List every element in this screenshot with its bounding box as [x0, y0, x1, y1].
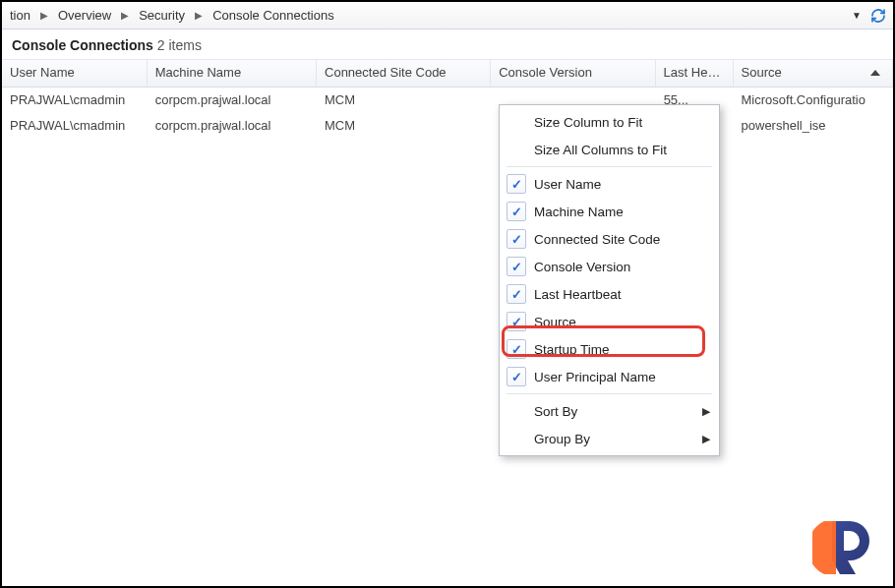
menu-col-console-version[interactable]: ✓ Console Version: [503, 253, 716, 280]
menu-label: Size Column to Fit: [534, 115, 642, 130]
col-header-user[interactable]: User Name: [2, 60, 148, 87]
col-header-version[interactable]: Console Version: [491, 60, 655, 87]
chevron-right-icon: ▶: [38, 10, 50, 21]
menu-col-user-principal-name[interactable]: ✓ User Principal Name: [503, 363, 716, 390]
check-icon: ✓: [507, 367, 526, 386]
menu-label: Console Version: [534, 260, 630, 274]
watermark-logo-icon: [812, 515, 883, 578]
cell-site: MCM: [317, 88, 491, 113]
menu-label: Last Heartbeat: [534, 287, 622, 302]
menu-label: User Principal Name: [534, 370, 656, 384]
menu-col-machine-name[interactable]: ✓ Machine Name: [503, 198, 716, 225]
menu-col-user-name[interactable]: ✓ User Name: [503, 170, 716, 198]
col-header-machine[interactable]: Machine Name: [148, 60, 317, 87]
menu-col-source[interactable]: ✓ Source: [503, 308, 716, 335]
check-icon: ✓: [507, 202, 526, 221]
breadcrumb-item[interactable]: Console Connections: [210, 8, 336, 23]
check-icon: ✓: [507, 257, 526, 276]
sort-asc-icon: [870, 70, 880, 76]
table-row[interactable]: PRAJWAL\cmadmin corpcm.prajwal.local MCM…: [2, 88, 893, 113]
column-context-menu: ✓ Size Column to Fit ✓ Size All Columns …: [499, 104, 720, 456]
chevron-right-icon: ▶: [119, 10, 131, 21]
menu-label: Size All Columns to Fit: [534, 143, 667, 157]
breadcrumb-dropdown[interactable]: ▼: [850, 10, 864, 21]
check-icon: ✓: [507, 339, 526, 359]
table-row[interactable]: PRAJWAL\cmadmin corpcm.prajwal.local MCM…: [2, 113, 893, 139]
cell-site: MCM: [317, 113, 491, 139]
menu-label: Connected Site Code: [534, 232, 660, 247]
menu-label: Startup Time: [534, 342, 610, 357]
menu-label: Source: [534, 315, 576, 329]
menu-separator: [507, 393, 712, 394]
menu-separator: [507, 166, 712, 167]
chevron-right-icon: ▶: [702, 405, 710, 418]
col-header-source[interactable]: Source: [734, 60, 893, 87]
item-count: 2 items: [157, 37, 202, 53]
check-icon: ✓: [507, 284, 526, 304]
menu-col-startup-time[interactable]: ✓ Startup Time: [503, 335, 716, 363]
check-icon: ✓: [507, 229, 526, 249]
menu-sort-by[interactable]: ✓ Sort By ▶: [503, 397, 716, 425]
breadcrumb: tion ▶ Overview ▶ Security ▶ Console Con…: [2, 2, 893, 29]
cell-user: PRAJWAL\cmadmin: [2, 113, 148, 139]
column-headers: User Name Machine Name Connected Site Co…: [2, 60, 893, 88]
chevron-right-icon: ▶: [702, 433, 710, 445]
breadcrumb-item[interactable]: tion: [8, 8, 32, 23]
check-icon: ✓: [507, 174, 526, 194]
chevron-right-icon: ▶: [193, 10, 205, 21]
check-icon: ✓: [507, 312, 526, 331]
menu-label: User Name: [534, 177, 601, 192]
title-text: Console Connections: [12, 37, 153, 53]
menu-size-all-columns-fit[interactable]: ✓ Size All Columns to Fit: [503, 136, 716, 163]
menu-label: Sort By: [534, 404, 577, 419]
menu-col-connected-site-code[interactable]: ✓ Connected Site Code: [503, 225, 716, 253]
cell-machine: corpcm.prajwal.local: [148, 88, 317, 113]
cell-machine: corpcm.prajwal.local: [148, 113, 317, 139]
data-grid: User Name Machine Name Connected Site Co…: [2, 60, 893, 139]
menu-group-by[interactable]: ✓ Group By ▶: [503, 425, 716, 452]
page-title: Console Connections 2 items: [2, 29, 893, 60]
cell-user: PRAJWAL\cmadmin: [2, 88, 148, 113]
menu-col-last-heartbeat[interactable]: ✓ Last Heartbeat: [503, 280, 716, 308]
menu-size-column-fit[interactable]: ✓ Size Column to Fit: [503, 108, 716, 136]
cell-source: powershell_ise: [734, 113, 893, 139]
breadcrumb-item[interactable]: Overview: [56, 8, 113, 23]
col-header-site[interactable]: Connected Site Code: [317, 60, 491, 87]
col-header-heartbeat[interactable]: Last Heartbeat: [656, 60, 734, 87]
breadcrumb-item[interactable]: Security: [137, 8, 187, 23]
cell-source: Microsoft.Configuratio: [734, 88, 893, 113]
menu-label: Group By: [534, 432, 590, 446]
col-header-source-label: Source: [742, 65, 782, 80]
refresh-icon[interactable]: [869, 7, 887, 25]
menu-label: Machine Name: [534, 205, 624, 219]
